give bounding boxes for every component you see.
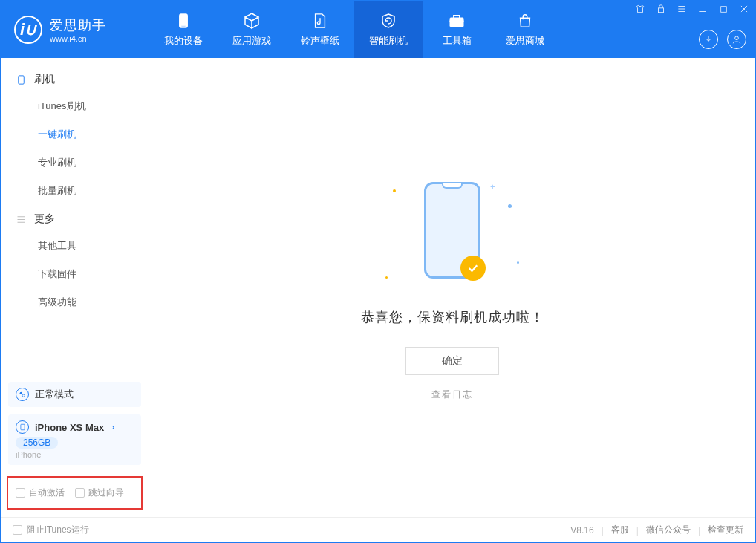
tab-label: 爱思商城 xyxy=(506,34,544,48)
window-controls xyxy=(633,4,751,16)
svg-rect-4 xyxy=(659,8,664,13)
bag-icon xyxy=(515,11,535,30)
device-type: iPhone xyxy=(16,450,134,459)
section-label: 更多 xyxy=(34,212,55,226)
tab-my-device[interactable]: 我的设备 xyxy=(149,1,218,58)
device-name: iPhone XS Max xyxy=(35,422,104,433)
capacity-badge: 256GB xyxy=(16,437,58,449)
sidebar-section-more: 更多 xyxy=(1,205,149,232)
tab-label: 应用游戏 xyxy=(232,34,271,48)
sparkle-icon: + xyxy=(490,182,495,192)
mode-card[interactable]: 正常模式 xyxy=(8,382,141,407)
support-link[interactable]: 客服 xyxy=(611,524,629,536)
close-icon[interactable] xyxy=(737,4,751,16)
tab-label: 智能刷机 xyxy=(369,34,408,48)
sidebar-item-advanced[interactable]: 高级功能 xyxy=(1,288,149,316)
music-file-icon xyxy=(310,11,330,30)
download-icon[interactable] xyxy=(699,30,718,49)
cube-icon xyxy=(242,11,261,30)
logo-area: i∪ 爱思助手 www.i4.cn xyxy=(1,1,149,58)
app-logo-icon: i∪ xyxy=(14,16,42,44)
phone-outline-icon xyxy=(16,74,27,85)
tab-apps-games[interactable]: 应用游戏 xyxy=(218,1,286,58)
tab-label: 铃声壁纸 xyxy=(301,34,339,48)
sidebar-item-other-tools[interactable]: 其他工具 xyxy=(1,232,149,260)
header-action-icons xyxy=(699,30,746,49)
sidebar-item-pro-flash[interactable]: 专业刷机 xyxy=(1,149,149,177)
ok-button[interactable]: 确定 xyxy=(405,347,499,375)
tab-label: 我的设备 xyxy=(164,34,203,48)
svg-rect-7 xyxy=(19,75,25,83)
version-label: V8.16 xyxy=(570,525,593,536)
highlighted-options: 自动激活 跳过向导 xyxy=(7,476,143,510)
checkbox-label: 跳过向导 xyxy=(88,487,124,499)
mode-icon xyxy=(16,388,29,401)
success-illustration: + xyxy=(378,175,527,286)
view-log-link[interactable]: 查看日志 xyxy=(431,388,473,401)
list-icon xyxy=(16,214,27,225)
checkbox-block-itunes[interactable] xyxy=(13,525,22,535)
svg-point-8 xyxy=(20,392,22,394)
checkbox-auto-activate[interactable]: 自动激活 xyxy=(16,487,65,499)
sidebar-item-itunes-flash[interactable]: iTunes刷机 xyxy=(1,92,149,120)
svg-rect-2 xyxy=(450,18,463,27)
sidebar-item-batch-flash[interactable]: 批量刷机 xyxy=(1,177,149,205)
tab-smart-flash[interactable]: 智能刷机 xyxy=(354,1,423,58)
tab-toolbox[interactable]: 工具箱 xyxy=(423,1,491,58)
checkbox-box xyxy=(16,488,25,498)
check-badge-icon xyxy=(460,256,486,281)
lock-icon[interactable] xyxy=(654,4,668,16)
footer: 阻止iTunes运行 V8.16 | 客服 | 微信公众号 | 检查更新 xyxy=(1,517,755,542)
app-name: 爱思助手 xyxy=(50,16,106,34)
chevron-right-icon: › xyxy=(111,422,114,432)
svg-rect-1 xyxy=(181,25,186,26)
device-icon xyxy=(174,11,193,30)
device-card-icon xyxy=(16,420,29,434)
tab-ringtone-wallpaper[interactable]: 铃声壁纸 xyxy=(286,1,354,58)
checkbox-box xyxy=(75,488,85,498)
shirt-icon[interactable] xyxy=(633,4,647,16)
tab-store[interactable]: 爱思商城 xyxy=(491,1,559,58)
svg-point-6 xyxy=(735,36,739,40)
toolbox-icon xyxy=(447,11,466,30)
sidebar-section-flash: 刷机 xyxy=(1,65,149,92)
checkbox-label: 自动激活 xyxy=(29,487,65,499)
sidebar: 刷机 iTunes刷机 一键刷机 专业刷机 批量刷机 更多 其他工具 下载固件 … xyxy=(1,58,149,517)
block-itunes-label: 阻止iTunes运行 xyxy=(27,524,89,536)
user-icon[interactable] xyxy=(727,30,746,49)
svg-rect-5 xyxy=(720,6,726,12)
checkbox-skip-guide[interactable]: 跳过向导 xyxy=(75,487,124,499)
app-header: i∪ 爱思助手 www.i4.cn 我的设备 应用游戏 铃声壁纸 智能刷机 xyxy=(1,1,755,58)
svg-rect-10 xyxy=(20,424,24,430)
checkbox-box xyxy=(13,525,22,535)
logo-text: 爱思助手 www.i4.cn xyxy=(50,16,106,43)
mode-label: 正常模式 xyxy=(35,388,74,401)
sidebar-item-download-firmware[interactable]: 下载固件 xyxy=(1,260,149,288)
refresh-shield-icon xyxy=(379,11,398,30)
sidebar-item-oneclick-flash[interactable]: 一键刷机 xyxy=(1,120,149,149)
tab-label: 工具箱 xyxy=(443,34,472,48)
section-label: 刷机 xyxy=(34,73,55,86)
main-content: + 恭喜您，保资料刷机成功啦！ 确定 查看日志 xyxy=(149,58,755,517)
svg-point-9 xyxy=(22,394,25,397)
wechat-link[interactable]: 微信公众号 xyxy=(646,524,691,536)
app-url: www.i4.cn xyxy=(50,34,106,43)
check-update-link[interactable]: 检查更新 xyxy=(708,524,743,536)
phone-illustration xyxy=(424,182,480,279)
success-message: 恭喜您，保资料刷机成功啦！ xyxy=(361,308,544,326)
svg-rect-3 xyxy=(450,21,463,22)
menu-icon[interactable] xyxy=(675,4,688,16)
minimize-icon[interactable] xyxy=(696,4,709,16)
maximize-icon[interactable] xyxy=(717,4,730,16)
device-card[interactable]: iPhone XS Max › 256GB iPhone xyxy=(8,414,141,465)
